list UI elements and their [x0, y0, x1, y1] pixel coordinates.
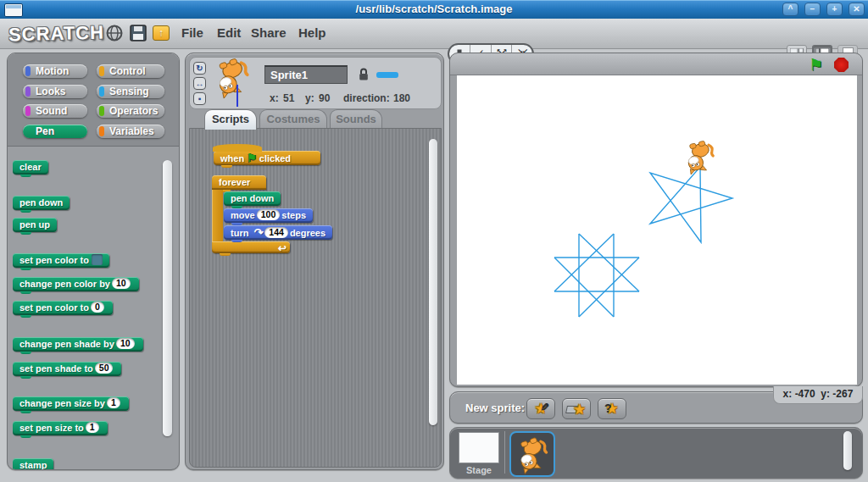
collapse-button[interactable]: ^: [782, 3, 798, 16]
star-icon: ★: [573, 400, 586, 419]
palette-block-change-pen-shade[interactable]: change pen shade by10: [13, 337, 143, 352]
palette-block-change-pen-color[interactable]: change pen color by10: [13, 277, 139, 291]
number-arg[interactable]: 1: [107, 397, 120, 408]
share-project-button[interactable]: ↑: [153, 24, 171, 42]
palette-block-set-pen-color[interactable]: set pen color to0: [13, 301, 113, 315]
menu-file[interactable]: File: [181, 25, 203, 40]
script-area[interactable]: when⚑clicked forever ↩ pen down move100s…: [189, 128, 442, 468]
block-when-flag-clicked[interactable]: when⚑clicked: [214, 151, 320, 165]
forever-bottom[interactable]: ↩: [212, 241, 290, 253]
block-pen-down[interactable]: pen down: [224, 191, 281, 206]
category-sensing[interactable]: Sensing: [97, 85, 164, 98]
category-pen[interactable]: Pen: [23, 125, 87, 138]
open-sprite-button[interactable]: ★: [562, 398, 591, 419]
rotate-none-button[interactable]: ▪: [193, 92, 206, 105]
share-arrow-icon: ↑: [153, 25, 170, 41]
tab-costumes[interactable]: Costumes: [259, 109, 327, 130]
rotate-leftright-button[interactable]: ↔: [193, 77, 206, 90]
sprite-direction-value: 180: [393, 92, 410, 104]
sprite-direction-label: direction:: [343, 92, 390, 104]
category-operators[interactable]: Operators: [97, 104, 164, 118]
green-flag-button[interactable]: ⚑: [809, 55, 823, 75]
category-motion[interactable]: Motion: [23, 64, 87, 78]
motion-color-chip: [25, 66, 31, 76]
rotate-none-icon: ▪: [198, 94, 202, 103]
variables-color-chip: [99, 126, 104, 136]
turn-clockwise-icon: ↷: [253, 226, 263, 239]
palette-block-clear[interactable]: clear: [13, 160, 48, 175]
number-arg[interactable]: 10: [112, 278, 131, 289]
cat-sprite[interactable]: [683, 139, 717, 175]
category-sound[interactable]: Sound: [23, 104, 87, 118]
block-turn-degrees[interactable]: turn ↷144degrees: [224, 225, 332, 240]
category-looks[interactable]: Looks: [23, 85, 87, 98]
stage-canvas: [457, 75, 857, 385]
sprite-name-input[interactable]: [264, 65, 348, 84]
green-flag-icon: ⚑: [247, 152, 257, 164]
tab-sounds[interactable]: Sounds: [330, 109, 382, 130]
window-title: /usr/lib/scratch/Scratch.image: [0, 3, 868, 15]
number-arg[interactable]: 10: [116, 338, 135, 349]
stop-button[interactable]: [834, 58, 849, 72]
paintbrush-icon: ✎: [538, 402, 551, 412]
palette-block-set-pen-color-swatch[interactable]: set pen color to: [13, 253, 109, 268]
paint-new-sprite-button[interactable]: ★ ✎: [526, 398, 555, 419]
stage-thumbnail[interactable]: [459, 432, 499, 463]
menu-share[interactable]: Share: [251, 25, 287, 40]
scratch-window: /usr/lib/scratch/Scratch.image ^ − + ✕ S…: [0, 0, 868, 482]
script-scrollbar[interactable]: [429, 139, 437, 425]
category-area: Motion Control Looks Sensing Sound Opera…: [8, 53, 179, 147]
close-button[interactable]: ✕: [849, 3, 865, 16]
block-forever[interactable]: forever: [212, 175, 266, 190]
palette-scrollbar[interactable]: [163, 160, 172, 436]
lock-icon[interactable]: [358, 67, 370, 81]
pen-color-indicator: [376, 72, 398, 78]
maximize-button[interactable]: +: [826, 3, 843, 16]
sprite-list-scrollbar[interactable]: [843, 431, 852, 470]
minimize-button[interactable]: −: [804, 3, 821, 16]
control-color-chip: [99, 66, 104, 76]
globe-icon: [105, 24, 124, 42]
rotate-leftright-icon: ↔: [196, 79, 204, 88]
rotate-free-icon: ↻: [196, 64, 203, 73]
category-control[interactable]: Control: [97, 64, 164, 78]
palette-block-change-pen-size[interactable]: change pen size by1: [13, 396, 129, 411]
looks-color-chip: [25, 86, 31, 97]
sound-color-chip: [25, 106, 31, 116]
tab-scripts[interactable]: Scripts: [204, 109, 257, 130]
sprite-info-header: ↻ ↔ ▪ x: 51 y: 90 direction: 180: [189, 57, 442, 109]
save-button[interactable]: [129, 24, 147, 42]
operators-color-chip: [99, 106, 104, 116]
sensing-color-chip: [99, 86, 104, 97]
pen-color-swatch[interactable]: [92, 254, 103, 265]
stage-thumbnail-label: Stage: [459, 465, 499, 475]
menu-edit[interactable]: Edit: [217, 25, 241, 40]
move-steps-arg[interactable]: 100: [257, 209, 281, 220]
language-button[interactable]: [105, 24, 124, 42]
stage-panel: ⚑: [449, 53, 863, 387]
palette-block-set-pen-shade[interactable]: set pen shade to50: [13, 362, 121, 376]
palette-block-pen-down[interactable]: pen down: [13, 196, 70, 210]
number-arg[interactable]: 0: [91, 302, 104, 313]
scratch-logo: SCRATCH: [8, 22, 105, 47]
turn-degrees-arg[interactable]: 144: [264, 227, 288, 238]
title-bar[interactable]: /usr/lib/scratch/Scratch.image ^ − + ✕: [0, 0, 868, 19]
palette-block-pen-up[interactable]: pen up: [13, 218, 57, 232]
sprite-x-value: 51: [283, 92, 294, 104]
number-arg[interactable]: 1: [86, 422, 99, 433]
sprite-thumbnail: [209, 53, 258, 100]
palette-block-stamp[interactable]: stamp: [13, 458, 53, 470]
number-arg[interactable]: 50: [95, 363, 114, 374]
block-move-steps[interactable]: move100steps: [224, 208, 313, 223]
sprite-y-label: y:: [305, 92, 314, 104]
rotate-free-button[interactable]: ↻: [193, 62, 206, 75]
category-variables[interactable]: Variables: [97, 125, 164, 138]
sprite1-thumbnail[interactable]: [509, 431, 555, 477]
direction-line: [236, 85, 238, 107]
mouse-y-label: y:: [821, 388, 830, 400]
mouse-x-label: x:: [783, 388, 793, 400]
surprise-sprite-button[interactable]: ★ ?: [598, 398, 626, 419]
menu-help[interactable]: Help: [298, 25, 326, 40]
pen-trails: [554, 167, 732, 317]
palette-block-set-pen-size[interactable]: set pen size to1: [13, 421, 108, 435]
